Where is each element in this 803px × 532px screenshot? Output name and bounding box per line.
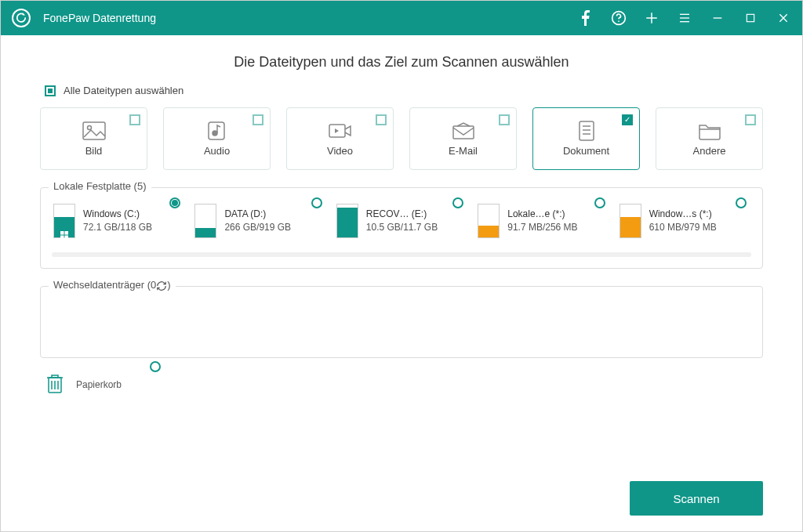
svg-rect-18 <box>580 121 594 140</box>
type-checkbox-document[interactable] <box>622 114 633 125</box>
svg-rect-24 <box>65 231 69 235</box>
drive-radio-f[interactable] <box>594 197 605 208</box>
svg-marker-16 <box>335 128 339 133</box>
select-all-label: Alle Dateitypen auswählen <box>64 85 183 96</box>
drive-info-c: Windows (C:) 72.1 GB/118 GB <box>83 208 152 234</box>
file-types-grid: Bild Audio Video E-Mail Dokument <box>40 107 763 170</box>
svg-rect-25 <box>60 236 64 240</box>
type-checkbox-video[interactable] <box>376 114 387 125</box>
scan-button[interactable]: Scannen <box>630 481 763 516</box>
image-icon <box>82 121 106 140</box>
type-card-document[interactable]: Dokument <box>532 107 640 170</box>
close-icon[interactable] <box>776 10 791 26</box>
svg-point-14 <box>213 131 217 136</box>
maximize-icon[interactable] <box>743 10 758 26</box>
drive-radio-d[interactable] <box>311 197 322 208</box>
trash-icon <box>45 372 65 397</box>
plus-icon[interactable] <box>644 10 659 26</box>
select-all-checkbox[interactable] <box>45 85 56 96</box>
type-card-audio[interactable]: Audio <box>163 107 271 170</box>
app-logo-icon <box>12 9 31 27</box>
app-window: FonePaw Datenrettung Die Dateitypen und … <box>0 0 803 532</box>
type-label-email: E-Mail <box>449 145 478 157</box>
svg-point-1 <box>618 20 620 22</box>
svg-point-12 <box>87 125 91 129</box>
type-label-image: Bild <box>85 145 103 157</box>
recycle-radio[interactable] <box>150 361 161 372</box>
drives-row: Windows (C:) 72.1 GB/118 GB DATA (D:) 26… <box>52 201 751 241</box>
drive-c[interactable]: Windows (C:) 72.1 GB/118 GB <box>52 201 185 241</box>
drive-info-e: RECOV… (E:) 10.5 GB/11.7 GB <box>366 208 438 234</box>
menu-icon[interactable] <box>677 10 692 26</box>
audio-icon <box>205 121 229 140</box>
page-heading: Die Dateitypen und das Ziel zum Scannen … <box>40 54 763 71</box>
drive-usage-bar-d <box>194 204 216 238</box>
local-drives-label: Lokale Festplatte (5) <box>49 180 151 192</box>
recycle-bin-label: Papierkorb <box>76 379 122 390</box>
type-checkbox-other[interactable] <box>745 114 756 125</box>
svg-rect-23 <box>60 231 64 235</box>
drive-g[interactable]: Window…s (*:) 610 MB/979 MB <box>618 201 751 241</box>
drive-info-g: Window…s (*:) 610 MB/979 MB <box>649 208 717 234</box>
help-icon[interactable] <box>611 10 627 26</box>
refresh-icon[interactable] <box>156 280 167 291</box>
svg-rect-8 <box>747 14 754 21</box>
drive-usage-bar-e <box>336 204 358 238</box>
select-all-row[interactable]: Alle Dateitypen auswählen <box>45 85 763 96</box>
svg-rect-17 <box>453 126 474 139</box>
removable-drives-label: Wechseldatenträger (0) <box>49 279 176 291</box>
type-checkbox-image[interactable] <box>129 114 140 125</box>
video-icon <box>329 121 352 140</box>
drive-info-f: Lokale…e (*:) 91.7 MB/256 MB <box>507 208 577 234</box>
type-label-other: Andere <box>693 145 726 157</box>
drive-e[interactable]: RECOV… (E:) 10.5 GB/11.7 GB <box>335 201 468 241</box>
recycle-bin-option[interactable]: Papierkorb <box>40 372 763 397</box>
drive-radio-c[interactable] <box>169 197 180 208</box>
drive-f[interactable]: Lokale…e (*:) 91.7 MB/256 MB <box>476 201 609 241</box>
drive-d[interactable]: DATA (D:) 266 GB/919 GB <box>193 201 326 241</box>
type-label-video: Video <box>327 145 353 157</box>
drive-radio-g[interactable] <box>736 197 747 208</box>
folder-icon <box>698 121 721 140</box>
type-card-video[interactable]: Video <box>286 107 394 170</box>
document-icon <box>575 121 598 140</box>
type-card-other[interactable]: Andere <box>656 107 763 170</box>
type-card-email[interactable]: E-Mail <box>409 107 517 170</box>
windows-logo-icon <box>60 228 68 236</box>
svg-rect-26 <box>65 236 69 240</box>
main-content: Die Dateitypen und das Ziel zum Scannen … <box>1 35 802 531</box>
drives-scrollbar[interactable] <box>52 252 751 257</box>
type-label-document: Dokument <box>563 145 609 157</box>
drive-radio-e[interactable] <box>452 197 463 208</box>
title-bar: FonePaw Datenrettung <box>1 1 802 35</box>
local-drives-group: Lokale Festplatte (5) Windows (C:) 72.1 … <box>40 187 763 269</box>
removable-drives-group: Wechseldatenträger (0) <box>40 286 763 358</box>
type-label-audio: Audio <box>204 145 230 157</box>
drive-info-d: DATA (D:) 266 GB/919 GB <box>224 208 291 234</box>
minimize-icon[interactable] <box>710 10 725 26</box>
drive-usage-bar-c <box>53 204 75 238</box>
type-checkbox-email[interactable] <box>499 114 510 125</box>
facebook-icon[interactable] <box>578 10 594 26</box>
type-card-image[interactable]: Bild <box>40 107 147 170</box>
drive-usage-bar-g <box>620 204 641 238</box>
type-checkbox-audio[interactable] <box>253 114 263 125</box>
svg-rect-11 <box>83 122 105 139</box>
drive-usage-bar-f <box>478 204 500 238</box>
email-icon <box>452 121 475 140</box>
app-title: FonePaw Datenrettung <box>43 12 578 24</box>
titlebar-controls <box>578 10 791 26</box>
